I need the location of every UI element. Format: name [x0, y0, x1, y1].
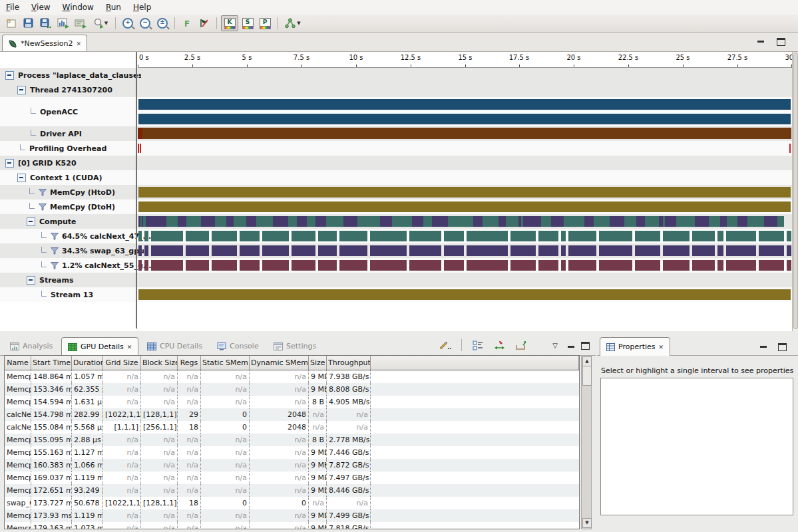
- interval-segment[interactable]: [720, 216, 727, 227]
- maximize-details-button[interactable]: [581, 342, 590, 349]
- interval-segment[interactable]: [538, 245, 558, 256]
- maximize-properties-button[interactable]: [778, 343, 787, 350]
- interval-segment[interactable]: [610, 216, 624, 227]
- session-tab[interactable]: *NewSession2 ✕: [2, 35, 87, 52]
- new-session-button[interactable]: [3, 16, 19, 31]
- session-card-button[interactable]: [73, 16, 89, 31]
- interval-segment[interactable]: [787, 245, 791, 256]
- interval-segment[interactable]: [568, 231, 596, 241]
- column-header-regs[interactable]: Regs: [178, 356, 201, 370]
- interval-segment[interactable]: [292, 245, 315, 256]
- timeline-lane[interactable]: [138, 68, 792, 82]
- timeline-lane[interactable]: [138, 156, 792, 170]
- close-icon[interactable]: ✕: [127, 344, 132, 350]
- table-row[interactable]: Memcpy173.93 ms1.119 msn/an/an/an/an/a9 …: [5, 509, 579, 522]
- interval-segment[interactable]: [234, 216, 246, 227]
- interval-segment[interactable]: [262, 260, 289, 271]
- scroll-down-arrow-icon[interactable]: ▼: [582, 518, 592, 528]
- flag-button[interactable]: [196, 16, 212, 31]
- timeline-interval-bar[interactable]: [138, 187, 791, 198]
- interval-segment[interactable]: [568, 245, 596, 256]
- interval-segment[interactable]: [151, 245, 183, 256]
- interval-segment[interactable]: [594, 216, 610, 227]
- table-row[interactable]: calcNe155.084 ms5.568 µs[1,1,1][256,1,1]…: [5, 421, 579, 434]
- interval-segment[interactable]: [727, 216, 737, 227]
- table-row[interactable]: Memcpy160.383 ms1.066 msn/an/an/an/an/a9…: [5, 459, 579, 471]
- interval-segment[interactable]: [215, 216, 226, 227]
- tab-cpu-details[interactable]: CPU Details: [141, 337, 208, 355]
- tree-row-5[interactable]: Profiling Overhead: [0, 141, 156, 156]
- scrollbar-thumb[interactable]: [582, 366, 592, 386]
- collapse-toggle-icon[interactable]: [5, 71, 14, 80]
- interval-segment[interactable]: [467, 231, 508, 241]
- interval-segment[interactable]: [635, 245, 660, 256]
- tab-settings[interactable]: Settings: [268, 337, 322, 355]
- interval-segment[interactable]: [737, 216, 747, 227]
- interval-segment[interactable]: [339, 245, 367, 256]
- table-row[interactable]: Memcpy179.163 ms1.073 msn/an/an/an/an/a9…: [5, 522, 579, 529]
- interval-segment[interactable]: [256, 216, 273, 227]
- filter-funnel-icon[interactable]: [51, 233, 59, 240]
- interval-segment[interactable]: [764, 216, 777, 227]
- interval-segment[interactable]: [186, 245, 209, 256]
- timeline-lane[interactable]: [138, 126, 792, 141]
- collapse-toggle-icon[interactable]: [27, 276, 35, 285]
- tree-timeline-divider[interactable]: [136, 52, 137, 329]
- table-row[interactable]: Memcpy153.346 ms62.355 µsn/an/an/an/an/a…: [5, 383, 579, 396]
- interval-segment[interactable]: [717, 231, 723, 241]
- table-vertical-scrollbar[interactable]: ▲ ▼: [581, 355, 592, 529]
- interval-segment[interactable]: [523, 216, 541, 227]
- table-row[interactable]: Memcpy154.594 ms1.631 µsn/an/an/an/an/a8…: [5, 396, 579, 408]
- kernel-timeline-toggle[interactable]: K: [221, 15, 238, 31]
- interval-segment[interactable]: [448, 216, 473, 227]
- minimize-timeline-button[interactable]: [757, 37, 767, 44]
- timeline-vertical-scrollbar[interactable]: [792, 52, 798, 331]
- interval-segment[interactable]: [318, 260, 337, 271]
- interval-segment[interactable]: [226, 216, 234, 227]
- column-header-throughput[interactable]: Throughput: [327, 356, 371, 370]
- interval-segment[interactable]: [663, 245, 690, 256]
- interval-segment[interactable]: [144, 245, 148, 256]
- minimize-properties-button[interactable]: [760, 342, 769, 349]
- interval-segment[interactable]: [343, 216, 357, 227]
- interval-segment[interactable]: [717, 245, 723, 256]
- menu-view[interactable]: View: [25, 1, 56, 14]
- timeline-lane[interactable]: [138, 185, 792, 200]
- column-header-static-smem[interactable]: Static SMem: [201, 356, 250, 370]
- process-timeline-toggle[interactable]: P: [257, 16, 273, 31]
- interval-segment[interactable]: [151, 260, 183, 271]
- interval-segment[interactable]: [240, 231, 260, 241]
- timeline-interval-bar[interactable]: [138, 114, 791, 124]
- table-row[interactable]: Memcpy155.095 ms2.88 µsn/an/an/an/an/a8 …: [5, 434, 579, 446]
- interval-segment[interactable]: [499, 216, 506, 227]
- interval-segment[interactable]: [444, 260, 464, 271]
- timeline-segments[interactable]: [138, 216, 791, 227]
- interval-segment[interactable]: [326, 216, 343, 227]
- interval-segment[interactable]: [541, 216, 551, 227]
- interval-segment[interactable]: [599, 231, 632, 241]
- interval-segment[interactable]: [370, 260, 407, 271]
- tab-console[interactable]: Console: [211, 337, 265, 355]
- column-header-name[interactable]: Name: [5, 356, 31, 370]
- interval-segment[interactable]: [138, 231, 142, 241]
- timeline-interval-bar[interactable]: [138, 128, 142, 139]
- interval-segment[interactable]: [636, 216, 645, 227]
- filter-funnel-icon[interactable]: [39, 189, 47, 196]
- interval-segment[interactable]: [409, 245, 441, 256]
- interval-segment[interactable]: [787, 260, 791, 271]
- column-header-duration[interactable]: Duration: [72, 356, 103, 370]
- interval-segment[interactable]: [510, 231, 536, 241]
- interval-segment[interactable]: [288, 216, 297, 227]
- interval-segment[interactable]: [747, 216, 764, 227]
- interval-segment[interactable]: [645, 216, 659, 227]
- table-row[interactable]: Memcpy172.651 ms93.249 µsn/an/an/an/an/a…: [5, 484, 579, 497]
- interval-segment[interactable]: [432, 216, 448, 227]
- interval-segment[interactable]: [665, 216, 676, 227]
- timeline-interval-bar[interactable]: [140, 144, 141, 153]
- interval-segment[interactable]: [717, 260, 723, 271]
- stream-timeline-toggle[interactable]: S: [240, 16, 256, 31]
- table-row[interactable]: Memcpy169.037 ms1.119 msn/an/an/an/an/a9…: [5, 471, 579, 484]
- menu-window[interactable]: Window: [57, 1, 100, 14]
- interval-segment[interactable]: [292, 231, 315, 241]
- interval-segment[interactable]: [307, 216, 315, 227]
